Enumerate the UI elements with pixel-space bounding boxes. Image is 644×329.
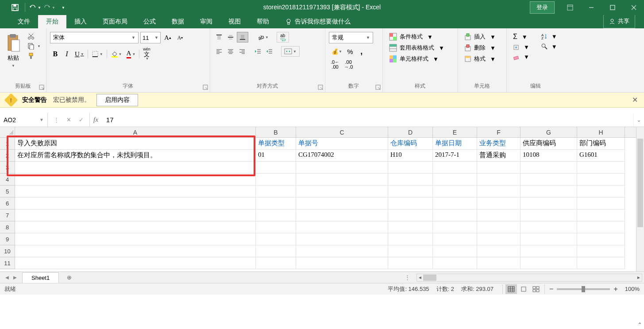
zoom-slider[interactable] (557, 288, 610, 290)
cell[interactable] (296, 233, 388, 245)
cell[interactable] (15, 245, 256, 257)
cell[interactable] (256, 257, 296, 269)
align-center-button[interactable] (225, 46, 236, 57)
cell[interactable] (521, 197, 577, 209)
cell[interactable] (15, 221, 256, 233)
row-header[interactable]: 9 (0, 233, 15, 245)
cell[interactable] (577, 257, 625, 269)
accounting-format-button[interactable]: 💰▼ (329, 46, 344, 57)
cell[interactable] (388, 257, 433, 269)
cell[interactable]: H10 (388, 150, 433, 162)
percent-button[interactable]: % (345, 46, 355, 57)
cell[interactable] (477, 233, 521, 245)
cell[interactable] (388, 233, 433, 245)
phonetic-button[interactable]: wén文▼ (141, 49, 152, 59)
enable-content-button[interactable]: 启用内容 (96, 94, 138, 106)
ribbon-options-button[interactable] (560, 0, 580, 15)
delete-cells-button[interactable]: 删除▼ (462, 43, 498, 53)
cell[interactable] (577, 174, 625, 186)
cell[interactable] (577, 197, 625, 209)
clear-button[interactable]: ▼ (510, 53, 532, 61)
cell[interactable] (577, 209, 625, 221)
format-as-table-button[interactable]: 套用表格格式▼ (386, 43, 447, 53)
cell[interactable] (521, 209, 577, 221)
cell[interactable] (521, 257, 577, 269)
cell[interactable] (256, 174, 296, 186)
find-select-button[interactable]: ▼ (538, 42, 560, 51)
font-name-combo[interactable]: 宋体▼ (50, 32, 139, 43)
cell[interactable]: 在对应所需名称或序数的集合中，未找到项目。 (15, 150, 256, 162)
orientation-button[interactable]: ab▼ (255, 32, 270, 43)
row-header[interactable]: 7 (0, 209, 15, 221)
cell[interactable] (577, 233, 625, 245)
cell[interactable] (477, 197, 521, 209)
cell[interactable] (256, 221, 296, 233)
row-header[interactable]: 1 (0, 138, 15, 150)
cell[interactable]: 导入失败原因 (15, 138, 256, 150)
cell[interactable] (577, 245, 625, 257)
format-cells-button[interactable]: 格式▼ (462, 54, 498, 64)
close-button[interactable] (624, 0, 644, 15)
row-header[interactable]: 3 (0, 162, 15, 174)
row-header[interactable]: 11 (0, 257, 15, 269)
cell[interactable]: 单据类型 (256, 138, 296, 150)
cell[interactable] (296, 186, 388, 197)
cell[interactable] (388, 245, 433, 257)
cell[interactable] (256, 197, 296, 209)
maximize-button[interactable] (602, 0, 623, 15)
format-painter-button[interactable] (26, 51, 42, 60)
increase-font-button[interactable]: A▴ (162, 32, 173, 43)
cell[interactable] (577, 186, 625, 197)
merge-center-button[interactable]: ▼ (281, 46, 300, 57)
sort-filter-button[interactable]: AZ▼ (538, 32, 560, 41)
tab-view[interactable]: 视图 (220, 15, 249, 28)
name-box[interactable]: AO2▼ (0, 113, 48, 127)
wrap-text-button[interactable]: ab (277, 32, 289, 43)
tab-formulas[interactable]: 公式 (135, 15, 164, 28)
cell[interactable] (15, 197, 256, 209)
tab-home[interactable]: 开始 (38, 15, 66, 28)
normal-view-button[interactable] (505, 284, 517, 294)
cell[interactable] (296, 221, 388, 233)
cell[interactable] (577, 162, 625, 174)
cell[interactable] (521, 245, 577, 257)
tell-me-search[interactable]: 告诉我你想要做什么 (277, 15, 359, 28)
cell[interactable]: 10108 (521, 150, 577, 162)
cell[interactable]: 单据日期 (433, 138, 477, 150)
cell[interactable] (521, 186, 577, 197)
sheet-tab-1[interactable]: Sheet1 (22, 272, 59, 283)
cell[interactable] (477, 257, 521, 269)
clipboard-dialog-launcher[interactable] (39, 85, 45, 91)
autosum-button[interactable]: Σ▼ (510, 32, 532, 42)
cell[interactable] (433, 257, 477, 269)
page-layout-view-button[interactable] (518, 284, 529, 294)
undo-button[interactable]: ▼ (29, 1, 41, 14)
decrease-indent-button[interactable] (253, 46, 263, 57)
cell[interactable]: 01 (256, 150, 296, 162)
col-header-E[interactable]: E (433, 127, 477, 137)
cell[interactable] (388, 174, 433, 186)
cell[interactable] (15, 209, 256, 221)
cell[interactable] (388, 209, 433, 221)
formula-input[interactable]: 17 (102, 113, 633, 127)
cell[interactable]: 业务类型 (477, 138, 521, 150)
cell[interactable] (256, 186, 296, 197)
row-header[interactable]: 4 (0, 174, 15, 186)
formula-bar-options[interactable]: ⋮ (50, 114, 62, 126)
cell[interactable]: 单据号 (296, 138, 388, 150)
tab-review[interactable]: 审阅 (192, 15, 220, 28)
cell[interactable] (433, 245, 477, 257)
cell[interactable] (433, 209, 477, 221)
cell[interactable]: 普通采购 (477, 150, 521, 162)
cell[interactable] (521, 174, 577, 186)
page-break-view-button[interactable] (530, 284, 542, 294)
share-button[interactable]: 共享 (603, 14, 635, 28)
cut-button[interactable] (26, 32, 42, 41)
save-button[interactable] (9, 1, 21, 14)
align-middle-button[interactable] (225, 32, 236, 43)
row-header[interactable]: 5 (0, 186, 15, 197)
close-security-bar-button[interactable]: ✕ (632, 96, 638, 104)
cell[interactable] (15, 162, 256, 174)
select-all-corner[interactable] (0, 127, 15, 137)
bold-button[interactable]: B (50, 49, 61, 59)
